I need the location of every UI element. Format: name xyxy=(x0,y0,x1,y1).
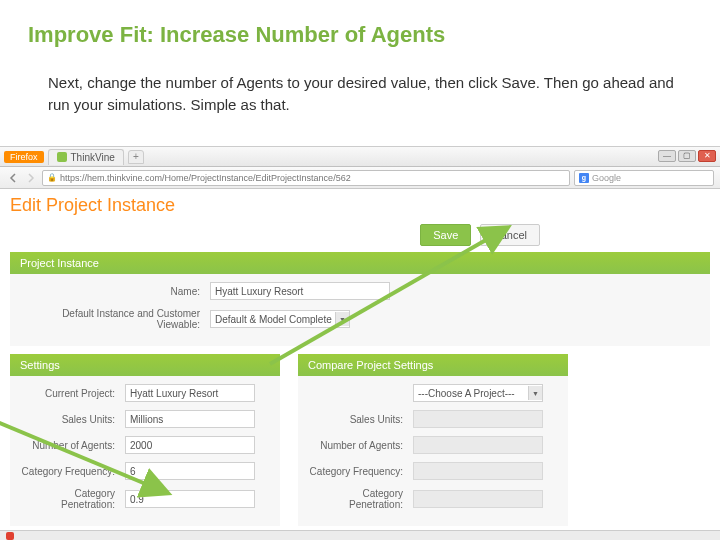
tab-favicon xyxy=(57,152,67,162)
chevron-down-icon: ▼ xyxy=(528,386,542,400)
compare-project-value: ---Choose A Project--- xyxy=(418,388,515,399)
name-input[interactable] xyxy=(210,282,390,300)
category-penetration-input[interactable] xyxy=(125,490,255,508)
browser-status-bar xyxy=(0,530,720,540)
current-project-input[interactable] xyxy=(125,384,255,402)
slide-body-text: Next, change the number of Agents to you… xyxy=(0,48,720,116)
status-indicator-icon xyxy=(6,532,14,540)
browser-tab-strip: Firefox ThinkVine + — ▢ ✕ xyxy=(0,147,720,167)
window-close-button[interactable]: ✕ xyxy=(698,150,716,162)
category-penetration-label: Category Penetration: xyxy=(20,488,125,510)
default-instance-value: Default & Model Complete xyxy=(215,314,332,325)
forward-button[interactable] xyxy=(24,171,38,185)
project-instance-section: Project Instance Name: Default Instance … xyxy=(10,252,710,346)
category-frequency-input[interactable] xyxy=(125,462,255,480)
compare-sales-units-label: Sales Units: xyxy=(308,414,413,425)
compare-agents-value xyxy=(413,436,543,454)
compare-cat-freq-value xyxy=(413,462,543,480)
compare-cat-pen-label: Category Penetration: xyxy=(308,488,413,510)
project-instance-header: Project Instance xyxy=(10,252,710,274)
browser-tab[interactable]: ThinkVine xyxy=(48,149,124,165)
compare-agents-label: Number of Agents: xyxy=(308,440,413,451)
address-bar[interactable]: 🔒 https://hem.thinkvine.com/Home/Project… xyxy=(42,170,570,186)
save-button[interactable]: Save xyxy=(420,224,471,246)
browser-toolbar: 🔒 https://hem.thinkvine.com/Home/Project… xyxy=(0,167,720,189)
name-label: Name: xyxy=(20,286,210,297)
current-project-label: Current Project: xyxy=(20,388,125,399)
sales-units-input[interactable] xyxy=(125,410,255,428)
url-text: https://hem.thinkvine.com/Home/ProjectIn… xyxy=(60,173,351,183)
number-of-agents-input[interactable] xyxy=(125,436,255,454)
chevron-down-icon: ▼ xyxy=(335,312,349,326)
browser-screenshot: Firefox ThinkVine + — ▢ ✕ 🔒 https://hem.… xyxy=(0,146,720,540)
settings-section: Settings Current Project: Sales Units: N… xyxy=(10,354,280,526)
page-content: Edit Project Instance Save Cancel Projec… xyxy=(0,189,720,530)
category-frequency-label: Category Frequency: xyxy=(20,466,125,477)
default-instance-label: Default Instance and Customer Viewable: xyxy=(20,308,210,330)
compare-sales-units-value xyxy=(413,410,543,428)
google-icon: g xyxy=(579,173,589,183)
sales-units-label: Sales Units: xyxy=(20,414,125,425)
compare-section: Compare Project Settings ---Choose A Pro… xyxy=(298,354,568,526)
slide-title: Improve Fit: Increase Number of Agents xyxy=(0,0,720,48)
number-of-agents-label: Number of Agents: xyxy=(20,440,125,451)
search-box[interactable]: g Google xyxy=(574,170,714,186)
compare-project-select[interactable]: ---Choose A Project--- ▼ xyxy=(413,384,543,402)
back-button[interactable] xyxy=(6,171,20,185)
page-title: Edit Project Instance xyxy=(10,195,710,216)
compare-cat-pen-value xyxy=(413,490,543,508)
window-maximize-button[interactable]: ▢ xyxy=(678,150,696,162)
default-instance-select[interactable]: Default & Model Complete ▼ xyxy=(210,310,350,328)
search-placeholder: Google xyxy=(592,173,621,183)
compare-cat-freq-label: Category Frequency: xyxy=(308,466,413,477)
window-minimize-button[interactable]: — xyxy=(658,150,676,162)
settings-header: Settings xyxy=(10,354,280,376)
tab-title: ThinkVine xyxy=(71,152,115,163)
compare-header: Compare Project Settings xyxy=(298,354,568,376)
action-buttons: Save Cancel xyxy=(10,224,710,246)
lock-icon: 🔒 xyxy=(47,173,57,182)
new-tab-button[interactable]: + xyxy=(128,150,144,164)
firefox-label: Firefox xyxy=(4,151,44,163)
cancel-button[interactable]: Cancel xyxy=(480,224,540,246)
